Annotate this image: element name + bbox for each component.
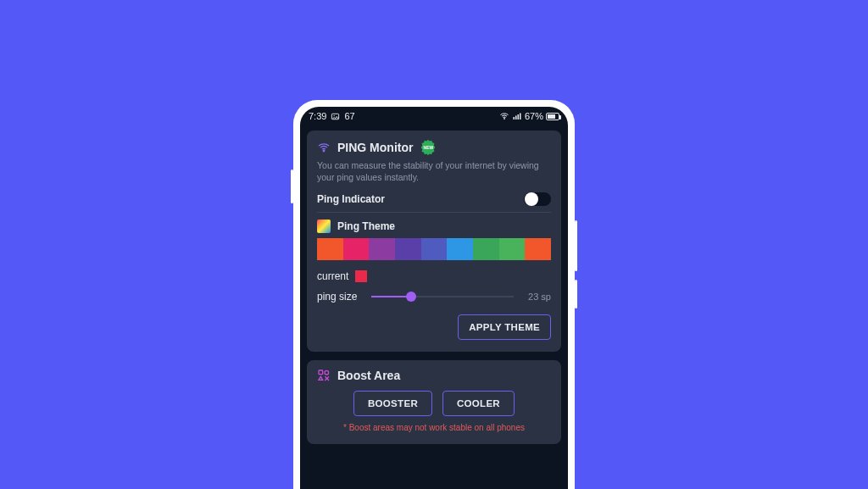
new-badge-icon: NEW bbox=[420, 139, 437, 156]
screen: 7:39 67 67% bbox=[300, 107, 568, 489]
wifi-icon bbox=[317, 141, 331, 154]
ping-indicator-toggle[interactable] bbox=[524, 192, 551, 206]
palette-color[interactable] bbox=[343, 238, 370, 260]
current-label: current bbox=[317, 270, 348, 282]
phone-side-button-right-2 bbox=[575, 280, 577, 308]
ping-monitor-desc: You can measure the stability of your in… bbox=[317, 159, 551, 183]
wifi-icon bbox=[499, 111, 509, 121]
palette-color[interactable] bbox=[317, 238, 343, 260]
palette-color[interactable] bbox=[473, 238, 499, 260]
palette-color[interactable] bbox=[499, 238, 526, 260]
phone-frame: 7:39 67 67% bbox=[293, 100, 575, 489]
current-color-swatch bbox=[355, 270, 367, 282]
svg-rect-4 bbox=[515, 116, 517, 120]
boost-area-card: Boost Area BOOSTER COOLER * Boost areas … bbox=[307, 360, 561, 444]
status-notif-count: 67 bbox=[344, 111, 354, 121]
svg-rect-3 bbox=[513, 117, 515, 119]
svg-marker-11 bbox=[319, 377, 323, 381]
ping-monitor-card: PING Monitor NEW You can measure the sta… bbox=[307, 131, 561, 352]
booster-button[interactable]: BOOSTER bbox=[353, 391, 432, 416]
phone-side-button-right-1 bbox=[575, 220, 577, 271]
apply-theme-button[interactable]: APPLY THEME bbox=[458, 314, 551, 340]
svg-rect-9 bbox=[319, 370, 323, 375]
signal-icon bbox=[512, 111, 522, 121]
svg-point-7 bbox=[323, 150, 325, 152]
ping-size-value: 23 sp bbox=[522, 292, 551, 302]
status-bar: 7:39 67 67% bbox=[300, 107, 568, 125]
svg-point-2 bbox=[504, 119, 504, 119]
palette-color[interactable] bbox=[525, 238, 551, 260]
boost-grid-icon bbox=[317, 369, 331, 382]
phone-side-button-left bbox=[291, 169, 293, 203]
palette-color[interactable] bbox=[369, 238, 395, 260]
palette-color[interactable] bbox=[447, 238, 473, 260]
cooler-button[interactable]: COOLER bbox=[442, 391, 515, 416]
ping-size-label: ping size bbox=[317, 291, 363, 303]
palette-icon bbox=[317, 219, 331, 233]
ping-size-slider[interactable] bbox=[371, 291, 514, 303]
boost-footnote: * Boost areas may not work stable on all… bbox=[317, 423, 551, 432]
ping-monitor-title: PING Monitor bbox=[337, 141, 413, 154]
status-time: 7:39 bbox=[309, 111, 326, 121]
svg-point-1 bbox=[334, 114, 335, 115]
boost-area-title: Boost Area bbox=[337, 369, 400, 382]
status-battery-pct: 67% bbox=[525, 111, 543, 121]
palette-color[interactable] bbox=[395, 238, 421, 260]
battery-icon bbox=[546, 113, 559, 120]
svg-rect-6 bbox=[520, 114, 521, 120]
svg-rect-5 bbox=[517, 114, 519, 119]
color-palette[interactable] bbox=[317, 238, 551, 260]
ping-theme-label: Ping Theme bbox=[337, 220, 395, 232]
ping-indicator-label: Ping Indicator bbox=[317, 193, 385, 205]
palette-color[interactable] bbox=[421, 238, 448, 260]
ping-indicator-row: Ping Indicator bbox=[317, 189, 551, 213]
svg-point-10 bbox=[325, 371, 329, 375]
picture-icon bbox=[331, 112, 340, 121]
